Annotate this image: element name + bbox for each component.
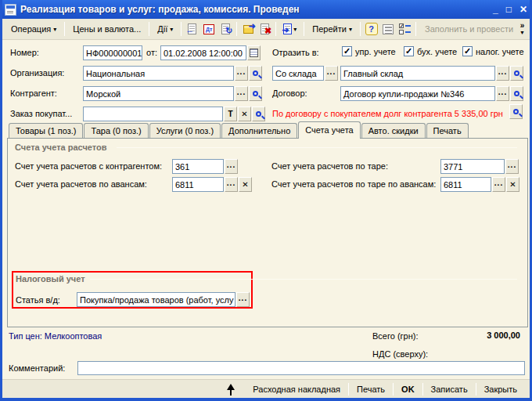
account-tare-advances-field[interactable]: 6811 [440,177,491,192]
account-advances-label: Счет учета расчетов по авансам: [15,179,147,189]
reread-button[interactable]: ↻ [217,20,234,38]
unpost-document-button[interactable]: ✖ [257,20,273,38]
refill-document-button[interactable]: ← [184,20,200,38]
settings-checkboxes-icon: ✓ [399,23,411,34]
calendar-icon [250,49,258,57]
number-field[interactable]: НФ000000001 [83,45,142,60]
tab-auto-discounts[interactable]: Авто. скидки [361,123,426,139]
account-counterparty-label: Счет учета расчетов с контрагентом: [15,161,162,171]
actions-button[interactable]: Дії ▾ [152,21,178,37]
ellipsis-button[interactable]: ... [235,86,248,101]
separator [236,22,237,36]
date-field[interactable]: 01.02.2008 12:00:00 [160,45,246,60]
save-button[interactable]: Записать [423,382,476,396]
tab-print[interactable]: Печать [426,123,469,139]
minimize-icon[interactable]: _ [493,3,498,16]
separator [275,22,276,36]
checkbox-tax-accounting[interactable]: ✓ налог. учете [462,46,524,56]
account-tare-advances-label: Счет учета расчетов по таре по авансам: [271,179,436,189]
magnifier-button[interactable] [249,86,262,101]
create-based-on-button[interactable]: ➜ ▾ [279,20,301,38]
group-line [90,279,517,280]
tab-additional[interactable]: Дополнительно [221,123,297,139]
chevron-down-icon: ▾ [293,26,297,33]
calendar-button[interactable] [247,45,261,60]
checkbox-management-accounting[interactable]: ✓ упр. учете [342,46,396,56]
checkbox-icon: ✓ [342,46,352,56]
magnifier-icon [514,91,519,96]
tab-goods[interactable]: Товары (1 поз.) [9,123,83,139]
tax-article-field[interactable]: Покупка/продажа товаров (работ, услу [77,292,235,307]
counterparty-field[interactable]: Морской [83,86,234,101]
ellipsis-button[interactable]: ... [225,177,238,192]
copy-arrow-icon: ➜ [282,26,289,34]
operation-button[interactable]: Операция ▾ [5,21,62,37]
ok-button[interactable]: OK [394,382,422,396]
ellipsis-button[interactable]: ... [496,86,509,101]
clear-button[interactable]: ✕ [238,107,251,121]
type-button[interactable]: Т [224,107,237,121]
magnifier-button[interactable] [249,66,262,81]
overflow-down-icon: ▼ [519,29,525,36]
footer-bar: Расходная накладная Печать OK Записать З… [2,379,530,398]
print-button[interactable]: Печать [349,382,393,396]
close-button[interactable]: Закрыть [476,382,525,396]
warehouse-mode-field[interactable]: Со склада [272,66,324,81]
group-line [117,147,517,148]
checkbox-icon: ✓ [462,46,473,56]
customer-order-field[interactable] [83,107,223,121]
ellipsis-button[interactable]: ... [496,66,509,81]
tab-tare[interactable]: Тара (0 поз.) [84,123,148,139]
contract-field[interactable]: Договор купли-продажи №346 [340,86,495,101]
price-type-text: Тип цен: Мелкооптовая [9,331,102,341]
from-label: от: [146,48,157,57]
tab-services[interactable]: Услуги (0 поз.) [149,123,221,139]
close-icon[interactable]: ✕ [519,3,527,16]
help-button[interactable]: ? [363,20,379,38]
number-label: Номер: [10,48,39,57]
ellipsis-button[interactable]: ... [236,292,250,307]
separator [304,22,304,36]
account-advances-field[interactable]: 6811 [172,177,224,192]
total-value: 3 000,00 [487,331,520,340]
ellipsis-button[interactable]: ... [225,159,238,174]
ellipsis-button[interactable]: ... [325,66,338,81]
post-document-button[interactable]: ➜ [239,20,256,38]
separator [181,22,182,36]
go-to-button[interactable]: Перейти ▾ [307,21,358,37]
checkbox-book-accounting[interactable]: ✓ бух. учете [404,46,457,56]
tax-article-label: Статья в/д: [16,295,60,305]
customer-order-label: Заказ покупат... [10,109,72,118]
reflect-label: Отразить в: [272,48,319,57]
settlement-accounts-group-title: Счета учета расчетов [15,143,107,152]
magnifier-button[interactable] [510,66,523,81]
maximize-icon[interactable]: □ [506,3,512,16]
magnifier-icon [514,70,519,76]
account-tare-field[interactable]: 3771 [440,159,505,174]
expense-invoice-button[interactable]: Расходная накладная [245,382,348,396]
title-bar[interactable]: Реализация товаров и услуг: продажа, ком… [0,0,532,19]
ellipsis-button[interactable]: ... [492,177,505,192]
form-settings-button[interactable]: ✓ [397,20,413,38]
structure-button[interactable] [379,20,396,38]
ellipsis-button[interactable]: ... [505,159,519,174]
magnifier-button[interactable] [509,104,523,119]
warehouse-field[interactable]: Главный склад [340,66,495,81]
magnifier-button[interactable] [252,107,265,121]
dtkt-icon: Дт [203,24,214,34]
ellipsis-button[interactable]: ... [235,66,248,81]
account-counterparty-field[interactable]: 361 [172,159,224,174]
counterparty-label: Контрагент: [10,89,57,98]
clear-button[interactable]: ✕ [239,177,252,192]
comment-field[interactable] [77,361,525,375]
post-arrow-icon: ➜ [249,22,256,31]
separator [64,22,65,36]
clear-button[interactable]: ✕ [506,177,519,192]
postings-result-button[interactable]: Дт [201,20,217,38]
contract-label: Договор: [272,89,307,98]
tab-accounts[interactable]: Счета учета [298,121,360,139]
prices-currency-button[interactable]: Цены и валюта... [67,21,146,37]
magnifier-button[interactable] [510,86,523,101]
toolbar-overflow-button[interactable]: » ▼ [519,22,527,36]
organization-field[interactable]: Национальная [83,66,234,81]
